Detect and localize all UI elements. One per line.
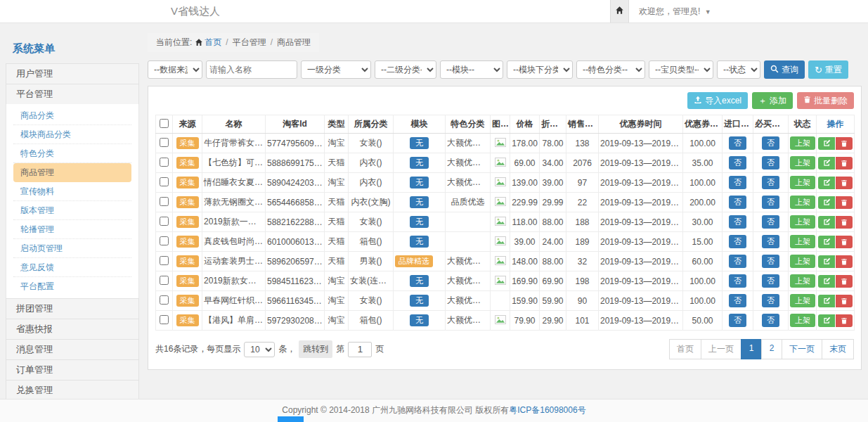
- sidebar-group-5[interactable]: 订单管理: [6, 359, 139, 381]
- status-button[interactable]: 上架: [790, 176, 815, 189]
- sidebar-item[interactable]: 商品分类: [13, 106, 131, 125]
- import-select-toggle[interactable]: 否: [729, 215, 746, 229]
- page-button-1[interactable]: 1: [741, 339, 762, 359]
- row-checkbox[interactable]: [160, 236, 169, 245]
- import-select-toggle[interactable]: 否: [729, 314, 746, 327]
- row-checkbox[interactable]: [160, 197, 169, 206]
- page-button-首页[interactable]: 首页: [669, 339, 701, 359]
- filter-select-4[interactable]: --模块--: [440, 60, 503, 79]
- sidebar-item[interactable]: 宣传物料: [13, 182, 131, 201]
- edit-button[interactable]: [818, 255, 835, 268]
- sidebar-item[interactable]: 版本管理: [13, 201, 131, 220]
- row-checkbox[interactable]: [160, 177, 169, 186]
- delete-button[interactable]: [836, 196, 853, 209]
- edit-button[interactable]: [818, 275, 835, 288]
- edit-button[interactable]: [818, 137, 835, 150]
- sidebar-item[interactable]: 模块商品分类: [13, 125, 131, 144]
- batch-delete-button[interactable]: 批量删除: [797, 92, 854, 109]
- sidebar-item[interactable]: 意见反馈: [13, 258, 131, 277]
- must-buy-toggle[interactable]: 否: [762, 235, 779, 248]
- row-checkbox[interactable]: [160, 276, 169, 285]
- status-button[interactable]: 上架: [790, 314, 815, 327]
- delete-button[interactable]: [836, 177, 853, 189]
- row-checkbox[interactable]: [160, 217, 169, 226]
- row-checkbox[interactable]: [160, 315, 169, 324]
- page-button-上一页[interactable]: 上一页: [701, 339, 741, 359]
- filter-select-7[interactable]: --宝贝类型--: [649, 60, 713, 79]
- status-button[interactable]: 上架: [790, 196, 815, 209]
- edit-button[interactable]: [818, 157, 835, 170]
- delete-button[interactable]: [836, 236, 853, 248]
- page-button-下一页[interactable]: 下一页: [782, 339, 822, 359]
- status-button[interactable]: 上架: [790, 136, 815, 150]
- must-buy-toggle[interactable]: 否: [762, 215, 779, 229]
- must-buy-toggle[interactable]: 否: [762, 136, 779, 150]
- must-buy-toggle[interactable]: 否: [762, 196, 779, 209]
- must-buy-toggle[interactable]: 否: [762, 274, 779, 288]
- import-select-toggle[interactable]: 否: [729, 176, 746, 189]
- edit-button[interactable]: [818, 177, 835, 189]
- add-button[interactable]: ＋ 添加: [752, 92, 793, 109]
- must-buy-toggle[interactable]: 否: [762, 294, 779, 307]
- filter-select-0[interactable]: --数据来源--: [148, 60, 202, 79]
- page-button-2[interactable]: 2: [761, 339, 782, 359]
- home-button[interactable]: [610, 0, 629, 23]
- status-button[interactable]: 上架: [790, 274, 815, 288]
- delete-button[interactable]: [836, 137, 853, 150]
- import-select-toggle[interactable]: 否: [729, 294, 746, 307]
- filter-select-8[interactable]: --状态--: [717, 60, 760, 79]
- import-select-toggle[interactable]: 否: [729, 274, 746, 288]
- search-button[interactable]: 查询: [764, 60, 805, 79]
- row-checkbox[interactable]: [160, 256, 169, 265]
- status-button[interactable]: 上架: [790, 255, 815, 268]
- filter-select-3[interactable]: --二级分类--: [375, 60, 436, 79]
- must-buy-toggle[interactable]: 否: [762, 176, 779, 189]
- must-buy-toggle[interactable]: 否: [762, 314, 779, 327]
- import-select-toggle[interactable]: 否: [729, 156, 746, 170]
- sidebar-item[interactable]: 启动页管理: [13, 239, 131, 258]
- delete-button[interactable]: [836, 275, 853, 288]
- sidebar-item[interactable]: 特色分类: [13, 144, 131, 163]
- import-select-toggle[interactable]: 否: [729, 196, 746, 209]
- sidebar-item[interactable]: 轮播管理: [13, 220, 131, 239]
- status-button[interactable]: 上架: [790, 294, 815, 307]
- user-menu[interactable]: 欢迎您，管理员! ▼: [639, 6, 711, 18]
- delete-button[interactable]: [836, 255, 853, 268]
- sidebar-item[interactable]: 平台配置: [13, 277, 131, 296]
- breadcrumb-item[interactable]: 首页: [205, 37, 221, 47]
- sidebar-group-3[interactable]: 省惠快报: [6, 319, 139, 340]
- edit-button[interactable]: [818, 314, 835, 327]
- row-checkbox[interactable]: [160, 138, 169, 147]
- must-buy-toggle[interactable]: 否: [762, 156, 779, 170]
- edit-button[interactable]: [818, 216, 835, 229]
- reset-button[interactable]: ↻ 重置: [808, 60, 848, 79]
- must-buy-toggle[interactable]: 否: [762, 255, 779, 268]
- sidebar-group-6[interactable]: 兑换管理: [6, 380, 139, 399]
- filter-select-5[interactable]: --模块下分类--: [507, 60, 573, 79]
- edit-button[interactable]: [818, 236, 835, 248]
- status-button[interactable]: 上架: [790, 215, 815, 229]
- import-select-toggle[interactable]: 否: [729, 235, 746, 248]
- sidebar-item[interactable]: 商品管理: [13, 163, 131, 182]
- row-checkbox[interactable]: [160, 295, 169, 305]
- per-page-select[interactable]: 10: [244, 342, 275, 357]
- jump-button[interactable]: 跳转到: [299, 340, 332, 358]
- edit-button[interactable]: [818, 196, 835, 209]
- sidebar-group-4[interactable]: 消息管理: [6, 339, 139, 360]
- row-checkbox[interactable]: [160, 158, 169, 167]
- page-number-input[interactable]: [348, 342, 372, 357]
- icp-link[interactable]: 粤ICP备16098006号: [509, 405, 585, 415]
- name-search-input[interactable]: [206, 60, 297, 79]
- sidebar-group-0[interactable]: 用户管理: [6, 63, 139, 84]
- delete-button[interactable]: [836, 216, 853, 229]
- delete-button[interactable]: [836, 314, 853, 327]
- import-excel-button[interactable]: 导入excel: [687, 92, 748, 109]
- status-button[interactable]: 上架: [790, 156, 815, 170]
- status-button[interactable]: 上架: [790, 235, 815, 248]
- select-all-checkbox[interactable]: [160, 119, 169, 128]
- filter-select-6[interactable]: --特色分类--: [576, 60, 645, 79]
- import-select-toggle[interactable]: 否: [729, 255, 746, 268]
- sidebar-group-2[interactable]: 拼团管理: [6, 298, 139, 319]
- filter-select-2[interactable]: 一级分类: [301, 60, 371, 79]
- import-select-toggle[interactable]: 否: [729, 136, 746, 150]
